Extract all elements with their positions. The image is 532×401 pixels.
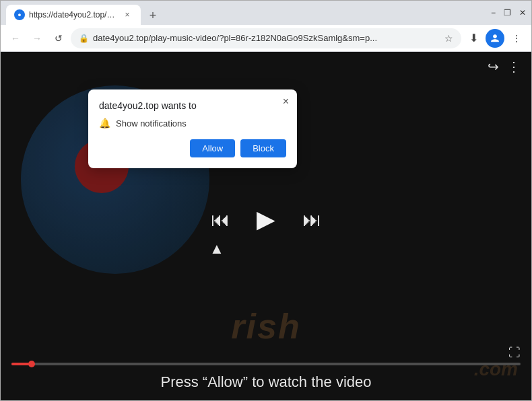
progress-dot [28,361,35,367]
popup-buttons: Allow Block [99,139,286,157]
active-tab[interactable]: ● https://date4you2.top/play-mus... × [6,5,141,25]
bell-icon: 🔔 [99,118,110,129]
popup-title: date4you2.top wants to [99,100,286,111]
url-text: date4you2.top/play-music-video/?pl=86r-z… [93,33,440,43]
share-icon[interactable]: ↪ [488,59,499,75]
player-top-bar: ↪ ⋮ [1,52,531,81]
skip-next-button[interactable]: ⏭ [302,209,321,231]
tab-title: https://date4you2.top/play-mus... [29,10,118,20]
url-bar[interactable]: 🔒 date4you2.top/play-music-video/?pl=86r… [71,28,461,48]
tab-favicon: ● [14,9,25,20]
minimize-button[interactable]: − [491,8,496,17]
close-button[interactable]: ✕ [519,8,526,17]
download-icon[interactable]: ⬇ [464,29,483,48]
back-button[interactable]: ← [6,29,25,48]
play-button[interactable]: ▶ [257,205,275,233]
lock-icon: 🔒 [79,34,89,43]
menu-button[interactable]: ⋮ [507,29,526,48]
permission-label: Show notifications [116,118,187,129]
allow-button[interactable]: Allow [190,139,235,157]
forward-button[interactable]: → [28,29,46,48]
popup-close-button[interactable]: × [283,96,289,107]
window-controls: − ❐ ✕ [491,8,526,17]
block-button[interactable]: Block [240,139,286,157]
tab-area: ● https://date4you2.top/play-mus... × + [6,1,483,25]
tab-close-button[interactable]: × [122,9,133,20]
fullscreen-icon[interactable]: ⛶ [508,346,521,360]
skip-previous-button[interactable]: ⏮ [211,209,230,231]
player-bottom: Press “Allow” to watch the video [1,357,531,400]
notification-popup: × date4you2.top wants to 🔔 Show notifica… [88,89,297,168]
progress-bar[interactable] [11,363,521,365]
title-bar: ● https://date4you2.top/play-mus... × + … [1,1,531,25]
reload-button[interactable]: ↺ [49,29,68,48]
popup-permission-row: 🔔 Show notifications [99,118,286,129]
bookmark-icon[interactable]: ☆ [444,33,453,44]
page-content: rish .com ↪ ⋮ ⏮ ▶ ⏭ ▲ [1,52,531,400]
address-bar: ← → ↺ 🔒 date4you2.top/play-music-video/?… [1,25,531,52]
profile-button[interactable] [486,29,504,48]
more-options-icon[interactable]: ⋮ [507,59,521,75]
maximize-button[interactable]: ❐ [504,8,511,17]
browser-window: ● https://date4you2.top/play-mus... × + … [0,0,532,401]
progress-fill [11,363,32,365]
new-tab-button[interactable]: + [143,6,162,25]
press-allow-text: Press “Allow” to watch the video [160,368,371,396]
